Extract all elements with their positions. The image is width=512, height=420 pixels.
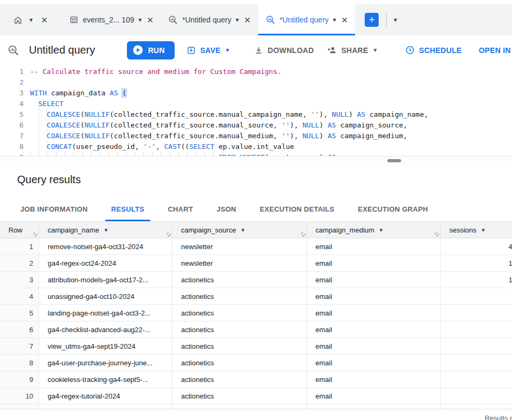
column-label: campaign_source	[181, 226, 236, 234]
cell-campaign_source: actionetics	[172, 305, 307, 321]
column-resize-handle[interactable]	[301, 232, 305, 237]
results-heading: Query results	[17, 174, 81, 186]
cell-row: 6	[0, 321, 39, 338]
home-tab-close-icon[interactable]: ×	[41, 14, 48, 25]
panel-splitter	[0, 156, 512, 167]
share-button[interactable]: SHARE ▾	[327, 45, 377, 55]
cell-campaign_source: actionetics	[172, 388, 307, 404]
code-line-2: 2	[0, 77, 512, 88]
cell-campaign_medium: email	[307, 388, 441, 404]
column-header-sessions[interactable]: sessions▾	[441, 222, 512, 238]
cell-campaign_medium: email	[307, 272, 441, 288]
save-button[interactable]: SAVE ▾	[186, 46, 229, 55]
query-results-panel: Query results JOB INFORMATIONRESULTSCHAR…	[0, 167, 512, 420]
cell-campaign_name: ga4-user-purchase-journey-june...	[39, 355, 172, 371]
cell-row: 3	[0, 272, 39, 288]
tab-caret-icon[interactable]: ▾	[236, 17, 239, 23]
cell-sessions: 4	[441, 338, 512, 355]
share-button-label: SHARE	[341, 46, 368, 55]
results-tab-results[interactable]: RESULTS	[100, 197, 156, 221]
tab-caret-icon[interactable]: ▾	[333, 17, 336, 23]
results-tab-execution-details[interactable]: EXECUTION DETAILS	[248, 197, 346, 221]
line-number: 2	[0, 77, 24, 88]
cell-sessions: 5	[441, 321, 512, 338]
run-button[interactable]: RUN	[127, 41, 174, 59]
home-tab-caret-icon[interactable]: ▾	[29, 17, 33, 23]
play-icon	[133, 45, 143, 55]
schedule-button[interactable]: SCHEDULE	[405, 45, 462, 55]
query-icon	[7, 44, 19, 56]
cell-campaign_source: newsletter	[172, 238, 307, 255]
tab-label: *Untitled query	[280, 16, 329, 24]
line-number: 9	[0, 152, 24, 156]
save-caret-icon[interactable]: ▾	[226, 47, 229, 53]
sql-editor[interactable]: 1-- Calculate traffic source and medium …	[0, 65, 512, 156]
open-in-button[interactable]: OPEN IN	[479, 46, 511, 55]
tab-events-table[interactable]: events_2... 109 ▾ ×	[62, 4, 161, 35]
cell-sessions: 3	[441, 355, 512, 371]
column-menu-caret-icon[interactable]: ▾	[482, 227, 485, 234]
tab-caret-icon[interactable]: ▾	[138, 17, 141, 23]
results-per-page-label: Results per page	[485, 414, 512, 420]
table-row: 5landing-page-notset-ga4-oct3-2...action…	[0, 305, 512, 321]
results-tab-chart[interactable]: CHART	[156, 197, 205, 221]
results-footer: Results per page	[0, 409, 512, 420]
tab-untitled-query-2-active[interactable]: *Untitled query ▾ ×	[258, 4, 356, 35]
column-menu-caret-icon[interactable]: ▾	[104, 227, 108, 234]
column-menu-caret-icon[interactable]: ▾	[380, 227, 383, 234]
column-resize-handle[interactable]	[167, 232, 171, 237]
column-header-campaign_source[interactable]: campaign_source▾	[172, 222, 307, 238]
cell-campaign_medium: email	[307, 288, 441, 305]
schedule-button-label: SCHEDULE	[419, 46, 462, 55]
tab-home[interactable]: ▾ ×	[13, 4, 48, 35]
table-row: 6ga4-checklist-advanced-aug22-...actione…	[0, 321, 512, 338]
new-tab-button[interactable]: +	[365, 13, 379, 27]
column-header-campaign_medium[interactable]: campaign_medium▾	[307, 222, 441, 238]
splitter-drag-handle[interactable]	[387, 159, 401, 162]
person-add-icon	[327, 45, 337, 55]
cell-row: 10	[0, 388, 39, 404]
download-button-label: DOWNLOAD	[268, 46, 314, 55]
home-icon[interactable]	[13, 15, 23, 25]
cell-campaign_name: unassigned-ga4-oct10-2024	[39, 288, 172, 305]
cell-campaign_medium: email	[307, 355, 441, 371]
column-menu-caret-icon[interactable]: ▾	[242, 227, 245, 234]
column-resize-handle[interactable]	[435, 232, 439, 237]
column-label: campaign_medium	[315, 226, 374, 234]
column-header-campaign_name[interactable]: campaign_name▾	[39, 222, 172, 238]
cell-row: 4	[0, 288, 39, 305]
results-tab-json[interactable]: JSON	[205, 197, 248, 221]
cell-campaign_medium: email	[307, 338, 441, 355]
results-tab-execution-graph[interactable]: EXECUTION GRAPH	[346, 197, 440, 221]
clock-icon	[405, 45, 415, 55]
table-row: 10ga4-regex-tutorial-2024actioneticsemai…	[0, 388, 512, 404]
tab-close-icon[interactable]: ×	[244, 14, 251, 25]
table-row: 9cookieless-tracking-ga4-sept5-...action…	[0, 371, 512, 388]
line-number: 4	[0, 99, 24, 109]
tabstrip-divider	[386, 13, 387, 27]
cell-campaign_medium: email	[307, 321, 441, 338]
cell-campaign_source: newsletter	[172, 255, 307, 272]
cell-sessions: 17	[441, 255, 512, 272]
cell-row: 9	[0, 371, 39, 388]
code-line-4: 4 SELECT	[0, 99, 512, 109]
results-tab-job-information[interactable]: JOB INFORMATION	[9, 197, 100, 221]
download-button[interactable]: DOWNLOAD	[254, 46, 314, 55]
line-number: 7	[0, 131, 24, 141]
tab-untitled-query-1[interactable]: *Untitled query ▾ ×	[161, 4, 258, 35]
cell-campaign_name: ga4-checklist-advanced-aug22-...	[39, 321, 172, 338]
share-caret-icon[interactable]: ▾	[374, 47, 377, 53]
cell-campaign_medium: email	[307, 305, 441, 321]
new-tab-options-caret-icon[interactable]: ▾	[394, 17, 397, 23]
column-resize-handle[interactable]	[33, 232, 37, 237]
line-number: 5	[0, 109, 24, 120]
cell-row: 8	[0, 355, 39, 371]
cell-campaign_source: actionetics	[172, 272, 307, 288]
results-tab-bar: JOB INFORMATIONRESULTSCHARTJSONEXECUTION…	[0, 197, 512, 222]
tab-close-icon[interactable]: ×	[147, 14, 154, 25]
column-header-row[interactable]: Row	[0, 222, 39, 238]
line-number: 3	[0, 88, 24, 99]
tab-close-icon[interactable]: ×	[342, 14, 348, 25]
cell-sessions: 16	[441, 272, 512, 288]
cell-campaign_medium: email	[307, 255, 441, 272]
